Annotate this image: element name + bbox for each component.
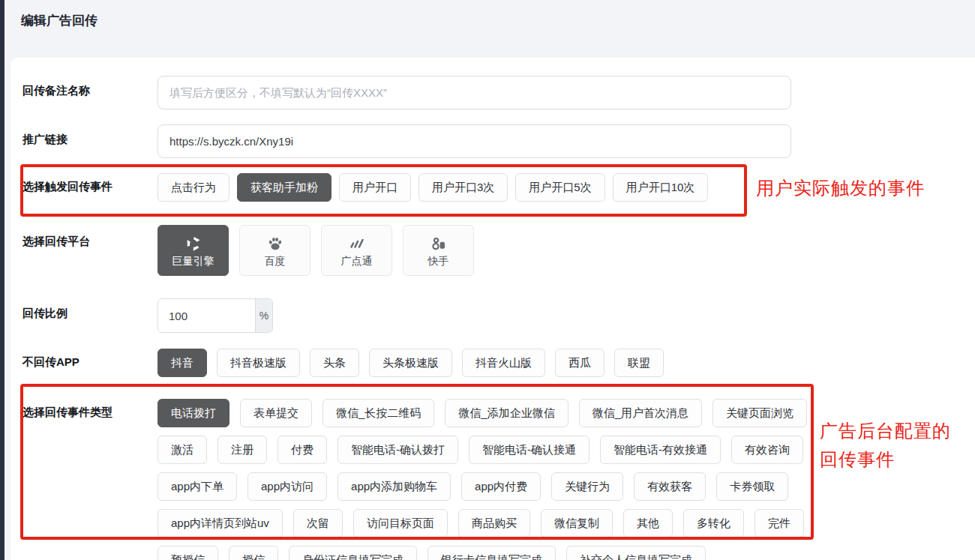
trigger-annotation-text: 用户实际触发的事件: [756, 176, 925, 200]
trigger-option-button[interactable]: 点击行为: [158, 173, 230, 202]
event-type-option-button[interactable]: app内访问: [248, 472, 327, 501]
event-type-option-button[interactable]: 访问目标页面: [353, 509, 448, 538]
trigger-option-button[interactable]: 用户开口3次: [418, 173, 508, 202]
event-type-option-button[interactable]: 微信复制: [541, 509, 613, 538]
platform-card-oceanengine[interactable]: 巨量引擎: [158, 225, 229, 276]
event-type-option-row: 预授信授信身份证信息填写完成银行卡信息填写完成补交个人信息填写完成: [158, 546, 706, 560]
baidu-paw-icon: [266, 234, 284, 253]
event-type-option-button[interactable]: app内下单: [158, 472, 237, 501]
remark-input[interactable]: [158, 76, 791, 109]
event-type-option-button[interactable]: 付费: [278, 436, 327, 464]
remark-label: 回传备注名称: [22, 76, 158, 98]
event-type-option-button[interactable]: 关键行为: [551, 472, 623, 501]
link-label: 推广链接: [22, 124, 158, 147]
event-type-option-button[interactable]: 表单提交: [240, 399, 312, 427]
event-type-option-button[interactable]: 激活: [158, 436, 207, 464]
event-type-option-button[interactable]: 电话拨打: [158, 399, 230, 427]
app-option-button[interactable]: 抖音: [158, 349, 207, 377]
ratio-input[interactable]: [158, 299, 255, 332]
app-option-button[interactable]: 西瓜: [555, 349, 604, 377]
trigger-option-button[interactable]: 用户开口5次: [515, 173, 604, 202]
event-type-option-button[interactable]: 完件: [754, 509, 804, 538]
trigger-option-button[interactable]: 用户开口: [339, 173, 411, 202]
event-type-option-button[interactable]: 授信: [229, 546, 278, 560]
event-type-option-button[interactable]: 身份证信息填写完成: [289, 546, 417, 560]
event-type-option-button[interactable]: app内详情页到站uv: [158, 509, 283, 538]
app-option-button[interactable]: 头条极速版: [369, 349, 452, 377]
event-type-option-row: 激活注册付费智能电话-确认拨打智能电话-确认接通智能电话-有效接通有效咨询: [158, 436, 803, 464]
event-type-option-button[interactable]: 补交个人信息填写完成: [566, 546, 706, 560]
event-type-option-row: 电话拨打表单提交微信_长按二维码微信_添加企业微信微信_用户首次消息关键页面浏览: [158, 399, 807, 427]
event-type-option-button[interactable]: 多转化: [683, 509, 744, 538]
percent-addon: %: [255, 299, 272, 332]
kuaishou-camera-icon: [430, 234, 448, 253]
event-type-option-button[interactable]: 智能电话-确认接通: [469, 436, 590, 464]
event-type-option-button[interactable]: 智能电话-确认拨打: [338, 436, 458, 464]
event-type-option-button[interactable]: 微信_长按二维码: [322, 399, 434, 427]
event-type-option-button[interactable]: 智能电话-有效接通: [600, 436, 721, 464]
app-option-button[interactable]: 抖音火山版: [462, 349, 545, 377]
platform-card-label: 百度: [265, 255, 286, 268]
remark-row: 回传备注名称: [22, 76, 968, 109]
app-option-button[interactable]: 头条: [310, 349, 359, 377]
event-type-option-button[interactable]: 卡券领取: [716, 472, 788, 501]
app-option-button[interactable]: 抖音极速版: [217, 349, 300, 377]
event-type-option-button[interactable]: 微信_用户首次消息: [579, 399, 702, 427]
ratio-label: 回传比例: [22, 298, 158, 321]
oceanengine-icon: [184, 234, 202, 253]
event-type-option-button[interactable]: 关键页面浏览: [712, 399, 807, 427]
promotion-link-input[interactable]: [158, 124, 791, 158]
event-type-option-button[interactable]: 次留: [293, 509, 343, 538]
form-card: 回传备注名称 推广链接 选择触发回传事件 点击行为获客助手加粉用户开口用户开口3…: [10, 58, 975, 560]
trigger-event-label: 选择触发回传事件: [22, 173, 158, 194]
platform-card-label: 快手: [428, 255, 449, 268]
event-type-label: 选择回传事件类型: [22, 399, 158, 420]
event-type-option-row: app内详情页到站uv次留访问目标页面商品购买微信复制其他多转化完件: [158, 509, 804, 538]
app-option-group: 抖音抖音极速版头条头条极速版抖音火山版西瓜联盟: [158, 349, 968, 377]
guangdiantong-icon: [348, 234, 366, 253]
event-type-annotation-text: 广告后台配置的 回传事件: [820, 417, 951, 474]
platform-card-baidu[interactable]: 百度: [239, 225, 310, 276]
ratio-input-group: %: [158, 298, 273, 333]
event-type-option-button[interactable]: 其他: [623, 509, 673, 538]
event-type-option-button[interactable]: 注册: [218, 436, 267, 464]
event-type-option-button[interactable]: app内添加购物车: [338, 472, 451, 501]
platform-card-label: 巨量引擎: [172, 255, 214, 268]
event-type-option-button[interactable]: 有效咨询: [731, 436, 803, 464]
platform-row: 选择回传平台 巨量引擎: [22, 225, 968, 276]
event-type-option-row: app内下单app内访问app内添加购物车app内付费关键行为有效获客卡券领取: [158, 472, 788, 501]
event-type-option-button[interactable]: 银行卡信息填写完成: [428, 546, 556, 560]
trigger-option-button[interactable]: 用户开口10次: [613, 173, 709, 202]
platform-card-label: 广点通: [341, 255, 373, 268]
trigger-option-button[interactable]: 获客助手加粉: [237, 173, 332, 202]
app-option-button[interactable]: 联盟: [614, 349, 664, 377]
ratio-row: 回传比例 %: [22, 298, 968, 333]
event-type-option-button[interactable]: 微信_添加企业微信: [445, 399, 568, 427]
page-title: 编辑广告回传: [21, 12, 98, 29]
platform-label: 选择回传平台: [22, 225, 158, 249]
event-type-option-button[interactable]: 有效获客: [634, 472, 706, 501]
platform-card-guangdiantong[interactable]: 广点通: [321, 225, 392, 276]
event-type-option-button[interactable]: 商品购买: [458, 509, 530, 538]
link-row: 推广链接: [22, 124, 968, 158]
no-callback-app-label: 不回传APP: [22, 349, 158, 370]
no-callback-app-row: 不回传APP 抖音抖音极速版头条头条极速版抖音火山版西瓜联盟: [22, 349, 968, 377]
collapsed-sidebar-edge: [0, 0, 4, 560]
event-type-option-button[interactable]: 预授信: [158, 546, 218, 560]
event-type-option-button[interactable]: app内付费: [461, 472, 541, 501]
platform-card-kuaishou[interactable]: 快手: [403, 225, 474, 276]
